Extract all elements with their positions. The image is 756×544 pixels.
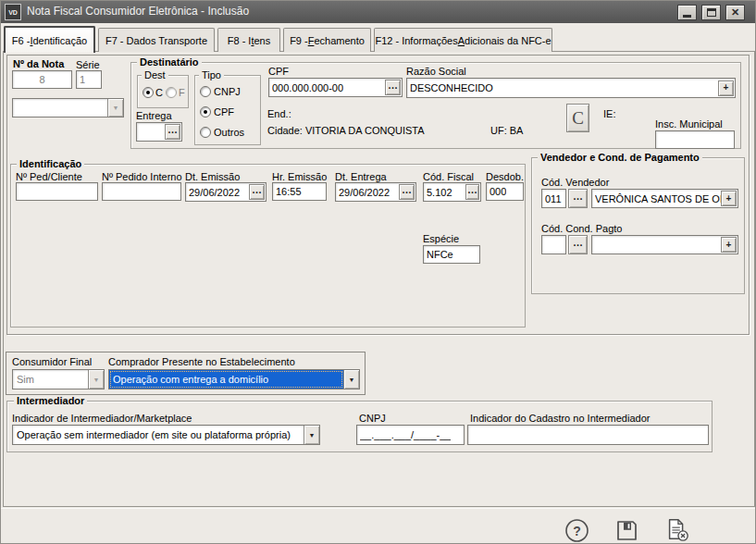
- tab-label: dicionais da NFC-e: [465, 35, 552, 46]
- consulta-c-label: C: [572, 108, 584, 129]
- window-title: Nota Fiscal Consumidor Eletrônica - Incl…: [27, 5, 249, 18]
- intermediador-title: Intermediador: [14, 395, 87, 406]
- close-button[interactable]: ✕: [725, 5, 745, 20]
- indicador-intermediador-select[interactable]: Operação sem intermediador (em site ou p…: [12, 425, 320, 445]
- chevron-down-icon[interactable]: ▼: [107, 99, 123, 117]
- tab-label: echamento: [314, 35, 364, 46]
- razao-social-value: DESCONHECIDO: [410, 82, 493, 93]
- serie-field[interactable]: 1: [76, 70, 102, 89]
- consulta-c-button[interactable]: C: [566, 104, 589, 132]
- cod-vendedor-value: 011: [545, 193, 562, 204]
- especie-value: NFCe: [427, 249, 453, 260]
- cod-cond-pagto-field[interactable]: [541, 235, 566, 254]
- minimize-icon: [683, 15, 691, 18]
- tab-label: F: [308, 35, 315, 46]
- dest-f-label: F: [179, 87, 185, 99]
- save-button[interactable]: [613, 517, 639, 543]
- tipo-cnpj-label: CNPJ: [214, 86, 241, 98]
- cod-fiscal-lookup-button[interactable]: …: [465, 184, 479, 200]
- title-bar[interactable]: VD Nota Fiscal Consumidor Eletrônica - I…: [1, 1, 755, 23]
- destinatario-title: Destinatário: [137, 56, 202, 68]
- entrega-lookup-button[interactable]: …: [165, 124, 180, 140]
- numero-nota-label: Nº da Nota: [13, 58, 64, 70]
- intermediador-cnpj-field[interactable]: __.___.___/____-__: [356, 425, 465, 445]
- vendedor-title: Vendedor e Cond. de Pagamento: [538, 152, 702, 163]
- indicador-intermediador-label: Indicador de Intermediador/Marketplace: [12, 413, 192, 425]
- tipo-outros-radio[interactable]: [200, 127, 211, 138]
- tab-label: ens: [254, 35, 270, 46]
- cancel-note-button[interactable]: [664, 516, 690, 542]
- nota-tipo-value: [13, 99, 107, 117]
- especie-label: Espécie: [423, 233, 459, 245]
- comprador-presente-value: Operação com entrega a domicílio: [109, 370, 343, 389]
- cod-cond-pagto-label: Cód. Cond. Pagto: [541, 223, 622, 235]
- tab-fechamento[interactable]: F9 - Fechamento: [283, 28, 371, 52]
- save-icon: [614, 518, 639, 543]
- minimize-button[interactable]: [677, 5, 697, 20]
- entrega-field[interactable]: …: [136, 122, 182, 142]
- cond-pagto-add-button[interactable]: +: [721, 237, 737, 253]
- hr-emissao-field[interactable]: 16:55: [272, 182, 327, 201]
- cod-fiscal-field[interactable]: 5.102 …: [423, 182, 481, 202]
- cod-fiscal-value: 5.102: [427, 187, 452, 198]
- intermediador-cnpj-label: CNPJ: [359, 413, 386, 425]
- svg-text:?: ?: [573, 523, 581, 538]
- chevron-down-icon[interactable]: ▼: [343, 370, 359, 389]
- cancel-document-icon: [664, 516, 690, 543]
- entrega-label: Entrega: [136, 110, 172, 122]
- cpf-lookup-button[interactable]: …: [385, 80, 401, 95]
- cod-vendedor-lookup-button[interactable]: …: [568, 189, 588, 208]
- cod-vendedor-label: Cód. Vendedor: [541, 177, 609, 189]
- razao-social-field[interactable]: DESCONHECIDO +: [406, 78, 736, 98]
- especie-field[interactable]: NFCe: [423, 245, 480, 264]
- maximize-icon: [707, 8, 716, 17]
- tipo-outros-label: Outros: [214, 127, 244, 139]
- tipo-title: Tipo: [199, 69, 224, 80]
- dt-entrega-calendar-button[interactable]: …: [399, 184, 415, 200]
- cod-vendedor-field[interactable]: 011: [541, 189, 566, 208]
- cadastro-intermediador-field[interactable]: [467, 425, 709, 445]
- dt-entrega-field[interactable]: 29/06/2022 …: [335, 182, 416, 202]
- serie-value: 1: [80, 74, 85, 85]
- tab-informacoes-adicionais[interactable]: F12 - Informações Adicionais da NFC-e: [374, 28, 552, 52]
- cadastro-intermediador-label: Indicador do Cadastro no Intermediador: [470, 413, 650, 425]
- cod-cond-lookup-button[interactable]: …: [568, 235, 588, 254]
- chevron-down-icon[interactable]: ▼: [304, 426, 319, 444]
- chevron-down-icon[interactable]: ▼: [88, 370, 104, 389]
- numero-nota-field[interactable]: 8: [12, 70, 72, 89]
- endereco-label: End.:: [267, 108, 291, 120]
- dt-emissao-field[interactable]: 29/06/2022 …: [185, 182, 266, 202]
- dest-f-radio[interactable]: [166, 87, 177, 98]
- ped-cliente-field[interactable]: [16, 182, 98, 201]
- cond-pagto-nome-field[interactable]: +: [591, 235, 738, 254]
- tipo-cpf-label: CPF: [214, 106, 234, 118]
- help-button[interactable]: ?: [564, 517, 589, 543]
- help-icon: ?: [564, 518, 589, 543]
- tab-identificacao[interactable]: F6 - Identificação: [4, 26, 95, 53]
- comprador-presente-select[interactable]: Operação com entrega a domicílio ▼: [108, 369, 360, 389]
- nota-tipo-select[interactable]: ▼: [12, 98, 124, 117]
- insc-municipal-field[interactable]: [655, 130, 735, 149]
- tab-dados-transporte[interactable]: F7 - Dados Transporte: [98, 28, 215, 52]
- close-icon: ✕: [731, 7, 739, 18]
- maximize-button[interactable]: [701, 5, 721, 20]
- vendedor-add-button[interactable]: +: [721, 191, 737, 206]
- identificacao-title: Identificação: [17, 158, 84, 169]
- dest-c-label: C: [155, 87, 163, 99]
- razao-social-add-button[interactable]: +: [718, 80, 734, 96]
- vendedor-nome-field[interactable]: VERÔNICA SANTOS DE OLIVE +: [591, 189, 738, 208]
- app-logo-icon: VD: [5, 4, 21, 20]
- insc-municipal-label: Insc. Municipal: [655, 118, 723, 130]
- uf-label: UF: BA: [490, 125, 523, 137]
- tab-itens[interactable]: F8 - Itens: [217, 28, 280, 52]
- hr-emissao-value: 16:55: [276, 186, 302, 197]
- footer-divider: [1, 508, 756, 509]
- dt-emissao-calendar-button[interactable]: …: [249, 184, 265, 200]
- tipo-cpf-radio[interactable]: [200, 106, 211, 117]
- pedido-interno-field[interactable]: [102, 182, 181, 201]
- desdob-field[interactable]: 000: [486, 182, 524, 201]
- cpf-field[interactable]: 000.000.000-00 …: [268, 78, 403, 97]
- tipo-cnpj-radio[interactable]: [200, 86, 211, 97]
- consumidor-final-select[interactable]: Sim ▼: [12, 369, 105, 389]
- dest-c-radio[interactable]: [143, 87, 154, 98]
